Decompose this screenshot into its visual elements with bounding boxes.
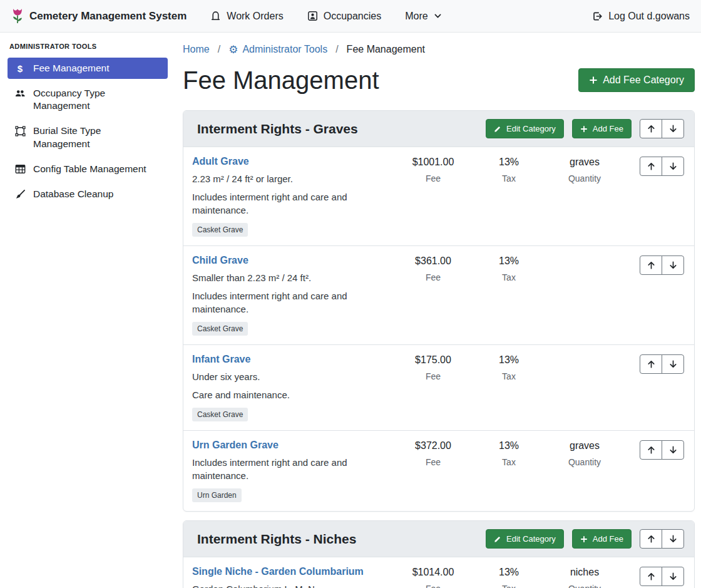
add-fee-button[interactable]: Add Fee: [572, 529, 632, 549]
move-fee-up-button[interactable]: [640, 157, 662, 176]
category-card-niches: Interment Rights - Niches Edit Category …: [183, 520, 695, 588]
broom-icon: [14, 189, 26, 200]
top-navbar: Cemetery Management System Work Orders O…: [0, 0, 701, 33]
fee-tax: 13%: [480, 255, 538, 267]
person-frame-icon: [307, 11, 318, 21]
breadcrumb-admin-tools-label: Administrator Tools: [242, 44, 327, 55]
nav-work-orders-label: Work Orders: [227, 11, 283, 22]
vector-square-icon: [14, 126, 26, 137]
category-reorder-group: [640, 119, 684, 138]
fee-name-link[interactable]: Infant Grave: [192, 354, 250, 365]
fee-row: Infant Grave Under six years. Care and m…: [183, 344, 694, 430]
nav-more[interactable]: More: [405, 11, 441, 22]
nav-occupancies[interactable]: Occupancies: [307, 11, 382, 22]
fee-name-link[interactable]: Adult Grave: [192, 156, 249, 167]
breadcrumb-home-link[interactable]: Home: [183, 44, 210, 55]
fee-tax: 13%: [480, 157, 538, 168]
add-fee-button[interactable]: Add Fee: [572, 119, 632, 138]
move-fee-up-button[interactable]: [640, 255, 662, 275]
edit-category-label: Edit Category: [506, 534, 556, 544]
fee-description: Includes interment right and care and ma…: [192, 190, 391, 217]
sidebar-item-label: Database Cleanup: [33, 188, 113, 200]
headstone-icon: [210, 11, 221, 21]
fee-amount: $1014.00: [396, 567, 470, 578]
fee-tax-label: Tax: [480, 584, 538, 588]
fee-reorder-group: [640, 567, 684, 586]
category-title: Interment Rights - Graves: [197, 121, 486, 137]
fee-amount-label: Fee: [396, 173, 470, 183]
sidebar-section-title: ADMINISTRATOR TOOLS: [9, 43, 168, 50]
category-reorder-group: [640, 529, 684, 549]
fee-description: Under six years.: [192, 370, 391, 383]
fee-quantity: niches: [548, 567, 622, 578]
fee-reorder-group: [640, 255, 684, 275]
logout-button[interactable]: Log Out d.gowans: [591, 11, 690, 22]
fee-tax-label: Tax: [480, 272, 538, 282]
sidebar-item-label: Config Table Management: [33, 163, 146, 175]
edit-category-button[interactable]: Edit Category: [486, 529, 564, 549]
fee-row: Urn Garden Grave Includes interment righ…: [183, 430, 694, 511]
add-fee-category-label: Add Fee Category: [603, 75, 684, 86]
fee-quantity-label: Quantity: [548, 457, 622, 467]
breadcrumb-admin-tools-link[interactable]: ⚙ Administrator Tools: [228, 44, 327, 55]
plus-icon: [580, 125, 588, 133]
move-fee-up-button[interactable]: [640, 440, 662, 460]
fee-amount: $175.00: [396, 354, 470, 366]
fee-description: Smaller than 2.23 m² / 24 ft².: [192, 271, 391, 284]
nav-work-orders[interactable]: Work Orders: [210, 11, 283, 22]
move-fee-up-button[interactable]: [640, 567, 662, 586]
fee-name-link[interactable]: Child Grave: [192, 255, 248, 266]
app-title: Cemetery Management System: [29, 10, 187, 23]
breadcrumb-separator: /: [335, 44, 338, 55]
sidebar-item-label: Occupancy Type Management: [33, 87, 150, 112]
fee-row: Single Niche - Garden Columbarium Garden…: [183, 557, 694, 588]
fee-quantity-label: Quantity: [548, 584, 622, 588]
plus-icon: [580, 535, 588, 543]
table-icon: [14, 164, 26, 174]
fee-quantity-column: [548, 354, 622, 421]
sidebar-item-burial-site-type-management[interactable]: Burial Site Type Management: [8, 120, 168, 154]
move-fee-down-button[interactable]: [662, 354, 684, 374]
category-header: Interment Rights - Graves Edit Category …: [183, 111, 694, 147]
breadcrumb-separator: /: [218, 44, 220, 55]
fee-quantity-column: [548, 255, 622, 336]
chevron-down-icon: [434, 12, 442, 20]
fee-tax-column: 13% Tax: [480, 354, 538, 421]
fee-reorder-group: [640, 440, 684, 460]
fee-type-badge: Casket Grave: [192, 223, 248, 237]
move-fee-down-button[interactable]: [662, 157, 684, 176]
move-category-down-button[interactable]: [662, 529, 684, 549]
logout-icon: [591, 11, 603, 22]
move-category-up-button[interactable]: [640, 119, 662, 138]
fee-reorder-group: [640, 157, 684, 176]
move-fee-up-button[interactable]: [640, 354, 662, 374]
move-fee-down-button[interactable]: [662, 440, 684, 460]
move-fee-down-button[interactable]: [662, 255, 684, 275]
fee-name-link[interactable]: Urn Garden Grave: [192, 440, 279, 451]
sidebar-item-occupancy-type-management[interactable]: Occupancy Type Management: [8, 83, 168, 116]
move-category-up-button[interactable]: [640, 529, 662, 549]
fee-tax-label: Tax: [480, 457, 538, 467]
fee-quantity-label: Quantity: [548, 173, 622, 183]
fee-name-link[interactable]: Single Niche - Garden Columbarium: [192, 566, 364, 577]
add-fee-category-button[interactable]: Add Fee Category: [578, 68, 695, 92]
fee-tax-label: Tax: [480, 173, 538, 183]
edit-category-button[interactable]: Edit Category: [486, 119, 564, 138]
people-icon: [14, 88, 26, 98]
nav-more-label: More: [405, 11, 427, 22]
sidebar-item-database-cleanup[interactable]: Database Cleanup: [8, 183, 168, 205]
fee-row: Adult Grave 2.23 m² / 24 ft² or larger. …: [183, 147, 694, 245]
move-fee-down-button[interactable]: [662, 567, 684, 586]
sidebar-item-fee-management[interactable]: $ Fee Management: [8, 58, 168, 79]
app-brand[interactable]: Cemetery Management System: [11, 8, 187, 24]
sidebar-item-config-table-management[interactable]: Config Table Management: [8, 158, 168, 180]
fee-type-badge: Urn Garden: [192, 488, 242, 502]
fee-row: Child Grave Smaller than 2.23 m² / 24 ft…: [183, 245, 694, 344]
fee-tax-label: Tax: [480, 371, 538, 381]
fee-quantity-column: niches Quantity: [548, 566, 622, 588]
move-category-down-button[interactable]: [662, 119, 684, 138]
dollar-icon: $: [14, 63, 26, 73]
fee-description: Garden Columbarium L, M, N.: [192, 582, 391, 588]
fee-description: Includes interment right and care and ma…: [192, 456, 391, 482]
fee-amount-label: Fee: [396, 272, 470, 282]
